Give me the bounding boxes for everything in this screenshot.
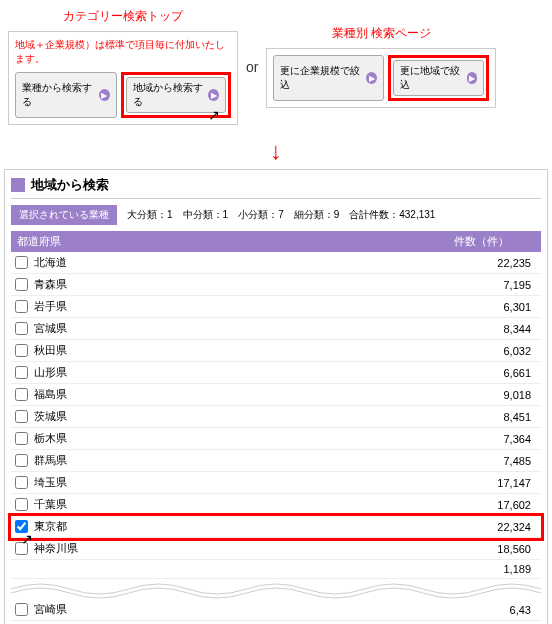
left-panel-title: カテゴリー検索トップ [8, 8, 238, 25]
prefecture-name: 群馬県 [32, 452, 421, 469]
row-checkbox[interactable] [15, 498, 28, 511]
table-header: 都道府県 件数（件） [11, 231, 541, 252]
prefecture-count: 8,344 [421, 322, 541, 336]
table-row: 千葉県17,602 [11, 494, 541, 516]
table-row: 山形県6,661 [11, 362, 541, 384]
count-sai: 細分類：9 [294, 208, 340, 222]
arrow-icon: ▶ [208, 89, 219, 101]
prefecture-count: 6,032 [421, 344, 541, 358]
prefecture-count: 7,364 [421, 432, 541, 446]
row-checkbox[interactable] [15, 454, 28, 467]
table-row: 茨城県8,451 [11, 406, 541, 428]
row-checkbox[interactable] [15, 410, 28, 423]
prefecture-name: 岩手県 [32, 298, 421, 315]
main-panel: 地域から検索 選択されている業種 大分類：1 中分類：1 小分類：7 細分類：9… [4, 169, 548, 624]
table-row: 岩手県6,301 [11, 296, 541, 318]
narrow-by-size-button[interactable]: 更に企業規模で絞込▶ [273, 55, 384, 101]
row-checkbox[interactable] [15, 476, 28, 489]
table-row: 秋田県6,032 [11, 340, 541, 362]
table-row: 神奈川県18,560 [11, 538, 541, 560]
prefecture-name: 栃木県 [32, 430, 421, 447]
table-row: 青森県7,195 [11, 274, 541, 296]
right-panel: 更に企業規模で絞込▶ 更に地域で絞込▶ [266, 48, 496, 108]
section-icon [11, 178, 25, 192]
or-label: or [246, 59, 258, 75]
prefecture-name: 宮崎県 [32, 601, 421, 618]
prefecture-name: 千葉県 [32, 496, 421, 513]
prefecture-name: 北海道 [32, 254, 421, 271]
partial-count: 1,189 [421, 562, 541, 576]
table-row: 福島県9,018 [11, 384, 541, 406]
table-row: 埼玉県17,147 [11, 472, 541, 494]
prefecture-count: 6,661 [421, 366, 541, 380]
right-panel-title: 業種別 検索ページ [266, 25, 496, 42]
prefecture-name: 東京都 [32, 518, 421, 535]
down-arrow-icon: ↓ [0, 137, 552, 165]
row-checkbox[interactable] [15, 366, 28, 379]
th-count: 件数（件） [421, 231, 541, 252]
prefecture-name: 秋田県 [32, 342, 421, 359]
row-checkbox[interactable] [15, 256, 28, 269]
row-checkbox[interactable] [15, 278, 28, 291]
arrow-icon: ▶ [99, 89, 110, 101]
narrow-by-region-button[interactable]: 更に地域で絞込▶ [393, 60, 484, 96]
table-row: 群馬県7,485 [11, 450, 541, 472]
section-title: 地域から検索 [31, 176, 109, 194]
prefecture-count: 7,485 [421, 454, 541, 468]
row-checkbox[interactable] [15, 603, 28, 616]
prefecture-count: 9,018 [421, 388, 541, 402]
prefecture-count: 6,43 [421, 603, 541, 617]
prefecture-count: 6,301 [421, 300, 541, 314]
prefecture-count: 18,560 [421, 542, 541, 556]
row-checkbox[interactable] [15, 344, 28, 357]
prefecture-count: 17,602 [421, 498, 541, 512]
table-row: 東京都22,324 [11, 516, 541, 538]
prefecture-name: 埼玉県 [32, 474, 421, 491]
selected-industry-tag: 選択されている業種 [11, 205, 117, 225]
table-row: 宮城県8,344 [11, 318, 541, 340]
table-row: 宮崎県6,43 [11, 599, 541, 621]
row-checkbox[interactable] [15, 432, 28, 445]
prefecture-name: 青森県 [32, 276, 421, 293]
row-checkbox[interactable] [15, 300, 28, 313]
prefecture-name: 福島県 [32, 386, 421, 403]
row-checkbox[interactable] [15, 322, 28, 335]
row-checkbox[interactable] [15, 388, 28, 401]
count-sho: 小分類：7 [238, 208, 284, 222]
prefecture-count: 22,324 [421, 520, 541, 534]
prefecture-count: 17,147 [421, 476, 541, 490]
count-total: 合計件数：432,131 [349, 208, 435, 222]
prefecture-name: 宮城県 [32, 320, 421, 337]
arrow-icon: ▶ [366, 72, 377, 84]
prefecture-count: 7,195 [421, 278, 541, 292]
table-row: 栃木県7,364 [11, 428, 541, 450]
prefecture-name: 茨城県 [32, 408, 421, 425]
th-prefecture: 都道府県 [11, 231, 421, 252]
search-by-industry-button[interactable]: 業種から検索する▶ [15, 72, 117, 118]
count-dai: 大分類：1 [127, 208, 173, 222]
arrow-icon: ▶ [467, 72, 478, 84]
table-row: 北海道22,235 [11, 252, 541, 274]
prefecture-count: 8,451 [421, 410, 541, 424]
prefecture-name: 神奈川県 [32, 540, 421, 557]
row-checkbox[interactable] [15, 520, 28, 533]
search-by-region-button[interactable]: 地域から検索する▶ [126, 77, 226, 113]
wave-separator [11, 579, 541, 599]
prefecture-count: 22,235 [421, 256, 541, 270]
prefecture-name: 山形県 [32, 364, 421, 381]
left-panel: 地域＋企業規模）は標準で項目毎に付加いたします。 業種から検索する▶ 地域から検… [8, 31, 238, 125]
note-text: 地域＋企業規模）は標準で項目毎に付加いたします。 [15, 38, 231, 66]
count-chu: 中分類：1 [183, 208, 229, 222]
